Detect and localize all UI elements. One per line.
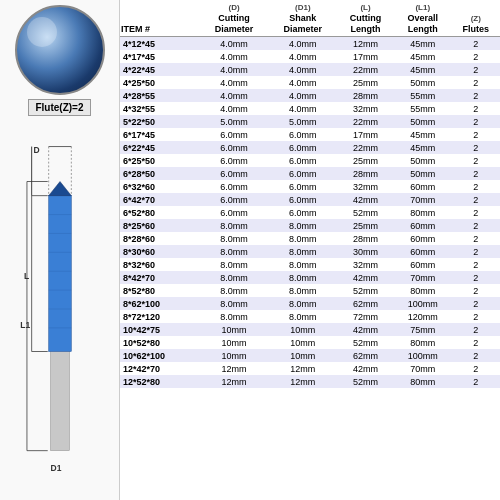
- cell-l: 52mm: [337, 336, 394, 349]
- cell-d: 8.0mm: [200, 245, 269, 258]
- table-row: 8*28*60 8.0mm 8.0mm 28mm 60mm 2: [120, 232, 500, 245]
- cell-l1: 45mm: [394, 141, 452, 154]
- svg-rect-2: [50, 346, 69, 450]
- cell-l1: 80mm: [394, 336, 452, 349]
- cell-l1: 100mm: [394, 349, 452, 362]
- cell-d1: 10mm: [268, 323, 337, 336]
- cell-item: 6*52*80: [120, 206, 200, 219]
- cell-l: 28mm: [337, 89, 394, 102]
- cell-d: 12mm: [200, 362, 269, 375]
- col-header-z: (Z) Flutes: [452, 0, 500, 37]
- cell-z: 2: [452, 362, 500, 375]
- cell-d: 8.0mm: [200, 297, 269, 310]
- col-header-d1: (D1) Shank Diameter: [268, 0, 337, 37]
- cell-z: 2: [452, 232, 500, 245]
- table-row: 6*28*50 6.0mm 6.0mm 28mm 50mm 2: [120, 167, 500, 180]
- right-panel[interactable]: ITEM # (D) Cutting Diameter (D1) Shank D…: [120, 0, 500, 500]
- cell-l: 25mm: [337, 76, 394, 89]
- cell-z: 2: [452, 375, 500, 388]
- cell-item: 10*52*80: [120, 336, 200, 349]
- cell-z: 2: [452, 219, 500, 232]
- col-header-d: (D) Cutting Diameter: [200, 0, 269, 37]
- cell-z: 2: [452, 284, 500, 297]
- cell-d1: 6.0mm: [268, 154, 337, 167]
- cell-d: 4.0mm: [200, 89, 269, 102]
- cell-z: 2: [452, 258, 500, 271]
- cell-l: 42mm: [337, 271, 394, 284]
- cell-item: 10*62*100: [120, 349, 200, 362]
- cell-d1: 10mm: [268, 349, 337, 362]
- cell-z: 2: [452, 245, 500, 258]
- svg-text:D: D: [33, 145, 39, 155]
- cell-item: 8*42*70: [120, 271, 200, 284]
- cell-l: 42mm: [337, 362, 394, 375]
- cell-item: 8*30*60: [120, 245, 200, 258]
- cell-l: 12mm: [337, 37, 394, 51]
- cell-d1: 4.0mm: [268, 89, 337, 102]
- cell-l1: 80mm: [394, 375, 452, 388]
- cell-l1: 70mm: [394, 362, 452, 375]
- cell-z: 2: [452, 310, 500, 323]
- cell-d: 5.0mm: [200, 115, 269, 128]
- cell-item: 8*28*60: [120, 232, 200, 245]
- cell-d1: 4.0mm: [268, 63, 337, 76]
- cell-d1: 8.0mm: [268, 297, 337, 310]
- cell-z: 2: [452, 128, 500, 141]
- cell-d: 8.0mm: [200, 271, 269, 284]
- cell-z: 2: [452, 180, 500, 193]
- table-row: 8*72*120 8.0mm 8.0mm 72mm 120mm 2: [120, 310, 500, 323]
- cell-l1: 60mm: [394, 245, 452, 258]
- cell-l1: 70mm: [394, 193, 452, 206]
- cell-d1: 4.0mm: [268, 76, 337, 89]
- cell-l1: 45mm: [394, 128, 452, 141]
- cell-item: 8*32*60: [120, 258, 200, 271]
- cell-z: 2: [452, 167, 500, 180]
- cell-l: 22mm: [337, 141, 394, 154]
- table-row: 8*52*80 8.0mm 8.0mm 52mm 80mm 2: [120, 284, 500, 297]
- cell-l1: 55mm: [394, 89, 452, 102]
- table-row: 5*22*50 5.0mm 5.0mm 22mm 50mm 2: [120, 115, 500, 128]
- cell-z: 2: [452, 349, 500, 362]
- cell-l1: 60mm: [394, 232, 452, 245]
- table-header-row: ITEM # (D) Cutting Diameter (D1) Shank D…: [120, 0, 500, 37]
- cell-l1: 50mm: [394, 115, 452, 128]
- cell-d1: 8.0mm: [268, 219, 337, 232]
- cell-l: 32mm: [337, 258, 394, 271]
- svg-text:L1: L1: [20, 319, 30, 329]
- cell-l: 25mm: [337, 154, 394, 167]
- table-row: 8*25*60 8.0mm 8.0mm 25mm 60mm 2: [120, 219, 500, 232]
- cell-d1: 4.0mm: [268, 37, 337, 51]
- cell-d: 6.0mm: [200, 167, 269, 180]
- cell-item: 6*25*50: [120, 154, 200, 167]
- cell-d: 6.0mm: [200, 128, 269, 141]
- main-container: Flute(Z)=2 D: [0, 0, 500, 500]
- cell-l: 22mm: [337, 115, 394, 128]
- table-row: 6*17*45 6.0mm 6.0mm 17mm 45mm 2: [120, 128, 500, 141]
- cell-d: 8.0mm: [200, 219, 269, 232]
- cell-d: 4.0mm: [200, 50, 269, 63]
- cell-z: 2: [452, 37, 500, 51]
- cell-d1: 8.0mm: [268, 245, 337, 258]
- table-row: 4*32*55 4.0mm 4.0mm 32mm 55mm 2: [120, 102, 500, 115]
- cell-item: 12*52*80: [120, 375, 200, 388]
- cell-l1: 60mm: [394, 180, 452, 193]
- table-row: 4*28*55 4.0mm 4.0mm 28mm 55mm 2: [120, 89, 500, 102]
- cell-item: 8*62*100: [120, 297, 200, 310]
- cell-d: 4.0mm: [200, 63, 269, 76]
- cell-z: 2: [452, 323, 500, 336]
- cell-d: 6.0mm: [200, 141, 269, 154]
- cell-item: 8*72*120: [120, 310, 200, 323]
- table-row: 12*52*80 12mm 12mm 52mm 80mm 2: [120, 375, 500, 388]
- cell-l1: 55mm: [394, 102, 452, 115]
- cell-item: 10*42*75: [120, 323, 200, 336]
- cell-item: 6*22*45: [120, 141, 200, 154]
- cell-item: 4*32*55: [120, 102, 200, 115]
- cell-l: 17mm: [337, 128, 394, 141]
- cell-item: 4*28*55: [120, 89, 200, 102]
- cell-item: 6*17*45: [120, 128, 200, 141]
- cell-d1: 8.0mm: [268, 232, 337, 245]
- table-row: 8*32*60 8.0mm 8.0mm 32mm 60mm 2: [120, 258, 500, 271]
- cell-l1: 80mm: [394, 284, 452, 297]
- cell-item: 4*12*45: [120, 37, 200, 51]
- cell-z: 2: [452, 63, 500, 76]
